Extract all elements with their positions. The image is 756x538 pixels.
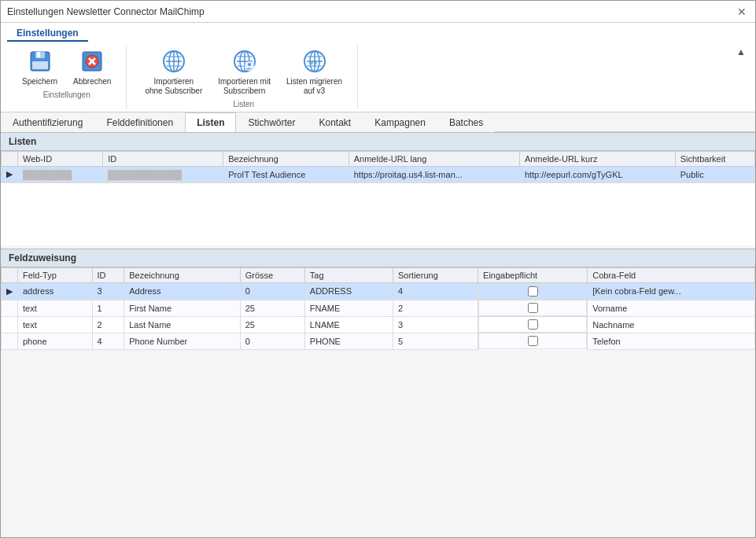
col-arrow-listen	[2, 152, 18, 167]
cell-groesse: 25	[240, 300, 304, 316]
ribbon: Einstellungen	[1, 23, 755, 112]
listen-empty-space	[1, 182, 755, 245]
cell-bezeichnung: Address	[124, 283, 240, 300]
cell-eingabepflicht[interactable]	[478, 333, 587, 349]
cell-eingabepflicht[interactable]	[478, 283, 587, 300]
listen-section: Listen Web-ID ID Bezeichnung Anmelde-URL…	[1, 132, 755, 245]
col-webid: Web-ID	[18, 152, 103, 167]
importieren-ohne-button[interactable]: Importierenohne Subscriber	[139, 45, 208, 98]
cell-groesse: 0	[240, 333, 304, 349]
cell-bezeichnung: First Name	[124, 300, 240, 316]
close-button[interactable]: ✕	[735, 5, 749, 19]
cell-webid: ████████	[18, 167, 103, 182]
cell-feld_typ: phone	[18, 333, 93, 349]
eingabepflicht-checkbox[interactable]	[528, 336, 538, 346]
cell-cobra-feld: Nachname	[588, 316, 755, 333]
row-arrow: ▶	[2, 167, 18, 182]
col-anmelde-url-kurz: Anmelde-URL kurz	[519, 152, 675, 167]
feldzuweisung-section: Feldzuweisung Feld-Typ ID Bezeichnung Gr…	[1, 249, 755, 350]
title-bar: Einstellungen Newsletter Connector MailC…	[1, 1, 755, 23]
cell-id: 1	[92, 300, 124, 316]
cell-id: ████████████	[103, 167, 223, 182]
speichern-label: Speichern	[22, 77, 57, 87]
col-cobra-feld: Cobra-Feld	[588, 268, 755, 283]
cell-url-lang: https://proitag.us4.list-man...	[348, 167, 519, 182]
import-sub-icon	[230, 47, 259, 76]
tab-kontakt[interactable]: Kontakt	[308, 112, 363, 132]
cell-sortierung: 5	[393, 333, 478, 349]
row-arrow	[2, 316, 18, 333]
importieren-mit-button[interactable]: Importieren mitSubscribern	[212, 45, 276, 98]
cell-cobra-feld: Vorname	[588, 300, 755, 316]
tab-authentifizierung[interactable]: Authentifizierung	[1, 112, 94, 132]
table-row[interactable]: ▶address3Address0ADDRESS4[Kein cobra-Fel…	[2, 283, 755, 300]
ribbon-group-einstellungen: Speichern Abbrechen	[7, 45, 127, 109]
cell-feld_typ: text	[18, 300, 93, 316]
ribbon-group-einstellungen-label: Einstellungen	[43, 90, 90, 99]
tab-listen[interactable]: Listen	[185, 112, 236, 132]
cell-eingabepflicht[interactable]	[478, 316, 587, 333]
cell-sichtbarkeit: Public	[675, 167, 754, 182]
svg-rect-3	[32, 61, 48, 69]
listen-migrieren-label: Listen migrierenauf v3	[286, 77, 342, 96]
ribbon-collapse-button[interactable]: ▲	[732, 45, 750, 59]
eingabepflicht-checkbox[interactable]	[528, 319, 538, 330]
col-bezeichnung-listen: Bezeichnung	[223, 152, 349, 167]
col-tag: Tag	[304, 268, 393, 283]
abbrechen-button[interactable]: Abbrechen	[68, 45, 116, 89]
cell-feld_typ: text	[18, 316, 93, 333]
import-icon	[160, 47, 188, 76]
col-groesse: Grösse	[240, 268, 304, 283]
row-arrow: ▶	[2, 283, 18, 300]
cell-groesse: 0	[240, 283, 304, 300]
listen-migrieren-button[interactable]: v3 Listen migrierenauf v3	[281, 45, 348, 98]
tab-stichwoerter[interactable]: Stichwörter	[236, 112, 307, 132]
cell-bezeichnung: Last Name	[124, 316, 240, 333]
tab-batches[interactable]: Batches	[437, 112, 495, 132]
cell-id: 2	[92, 316, 124, 333]
cell-sortierung: 4	[393, 283, 478, 300]
ribbon-group-listen: Importierenohne Subscriber	[130, 45, 358, 109]
migrate-icon: v3	[301, 47, 329, 76]
col-id-listen: ID	[103, 152, 223, 167]
col-arrow-fz	[2, 268, 18, 283]
cell-sortierung: 2	[393, 300, 478, 316]
table-row[interactable]: text2Last Name25LNAME3Nachname	[2, 316, 755, 333]
tabs-bar: Authentifizierung Felddefinitionen Liste…	[1, 112, 755, 132]
cell-eingabepflicht[interactable]	[478, 300, 587, 316]
table-row[interactable]: ▶ ████████ ████████████ ProIT Test Audie…	[2, 167, 755, 182]
speichern-button[interactable]: Speichern	[17, 45, 63, 89]
cell-bezeichnung: Phone Number	[124, 333, 240, 349]
ribbon-group-listen-label: Listen	[233, 100, 254, 109]
tab-felddefinitionen[interactable]: Felddefinitionen	[94, 112, 185, 132]
cell-sortierung: 3	[393, 316, 478, 333]
feldzuweisung-header: Feldzuweisung	[1, 249, 755, 267]
table-row[interactable]: text1First Name25FNAME2Vorname	[2, 300, 755, 316]
window-title: Einstellungen Newsletter Connector MailC…	[7, 6, 205, 17]
table-row[interactable]: phone4Phone Number0PHONE5Telefon	[2, 333, 755, 349]
svg-point-21	[248, 63, 251, 66]
cell-id: 3	[92, 283, 124, 300]
ribbon-buttons-listen: Importierenohne Subscriber	[139, 45, 348, 98]
svg-text:v3: v3	[310, 59, 317, 66]
col-eingabepflicht: Eingabepflicht	[478, 268, 588, 283]
importieren-mit-label: Importieren mitSubscribern	[218, 77, 271, 96]
eingabepflicht-checkbox[interactable]	[528, 286, 538, 297]
abort-icon	[78, 47, 106, 76]
svg-rect-2	[37, 52, 40, 57]
cell-cobra-feld: [Kein cobra-Feld gew...	[588, 283, 755, 300]
tab-kampagnen[interactable]: Kampagnen	[363, 112, 437, 132]
main-window: Einstellungen Newsletter Connector MailC…	[0, 0, 756, 538]
ribbon-buttons-einstellungen: Speichern Abbrechen	[17, 45, 116, 89]
eingabepflicht-checkbox[interactable]	[528, 303, 538, 313]
save-icon	[26, 47, 54, 76]
cell-cobra-feld: Telefon	[588, 333, 755, 349]
col-bezeichnung-fz: Bezeichnung	[124, 268, 240, 283]
listen-section-header: Listen	[1, 132, 755, 151]
cell-url-kurz: http://eepurl.com/gTyGKL	[519, 167, 675, 182]
abbrechen-label: Abbrechen	[73, 77, 111, 87]
feldzuweisung-table: Feld-Typ ID Bezeichnung Grösse Tag Sorti…	[1, 267, 755, 350]
cell-groesse: 25	[240, 316, 304, 333]
row-arrow	[2, 300, 18, 316]
listen-table: Web-ID ID Bezeichnung Anmelde-URL lang A…	[1, 151, 755, 182]
